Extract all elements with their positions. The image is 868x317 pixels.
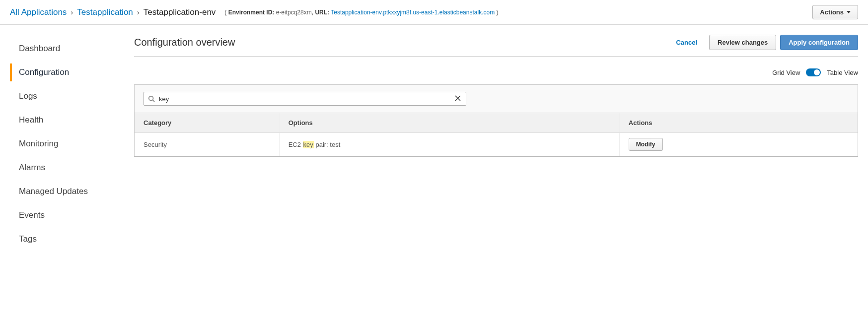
toggle-knob	[814, 69, 820, 75]
page-title: Configuration overview	[134, 37, 235, 48]
option-text-prefix: EC2	[289, 141, 303, 148]
view-toggle-row: Grid View Table View	[134, 57, 858, 84]
sidebar-item-alarms[interactable]: Alarms	[10, 159, 134, 177]
col-header-category: Category	[135, 113, 279, 133]
env-id-label: Environment ID:	[228, 9, 275, 16]
sidebar: Dashboard Configuration Logs Health Moni…	[10, 35, 134, 254]
cell-category: Security	[135, 133, 279, 156]
clear-search-icon[interactable]	[454, 95, 462, 103]
col-header-options: Options	[279, 113, 619, 133]
sidebar-item-dashboard[interactable]: Dashboard	[10, 40, 134, 58]
modify-button[interactable]: Modify	[629, 138, 663, 151]
env-url-link[interactable]: Testapplication-env.ptkxxyjm8f.us-east-1…	[331, 9, 495, 16]
actions-dropdown-button[interactable]: Actions	[812, 5, 858, 19]
svg-point-0	[149, 96, 153, 101]
top-row: All Applications › Testapplication › Tes…	[0, 0, 868, 25]
environment-meta: ( Environment ID: e-eitpcq28xm, URL: Tes…	[224, 9, 498, 16]
content: Configuration overview Cancel Review cha…	[134, 35, 858, 254]
sidebar-item-events[interactable]: Events	[10, 206, 134, 224]
svg-line-1	[153, 100, 155, 102]
search-icon	[148, 95, 155, 102]
grid-view-label: Grid View	[772, 69, 800, 76]
configuration-panel: Category Options Actions Security EC2 ke…	[134, 84, 858, 157]
col-header-actions: Actions	[619, 113, 858, 133]
sidebar-item-logs[interactable]: Logs	[10, 87, 134, 105]
sidebar-item-tags[interactable]: Tags	[10, 230, 134, 248]
crumb-all-applications[interactable]: All Applications	[10, 7, 67, 17]
search-box	[144, 92, 466, 106]
caret-down-icon	[847, 11, 851, 13]
chevron-right-icon: ›	[71, 8, 73, 16]
env-id-value: e-eitpcq28xm	[276, 9, 312, 16]
sidebar-item-configuration[interactable]: Configuration	[10, 63, 134, 81]
option-highlight: key	[303, 141, 314, 148]
view-toggle-switch[interactable]	[806, 68, 821, 76]
search-input[interactable]	[155, 95, 454, 103]
page-header: Configuration overview Cancel Review cha…	[134, 35, 858, 57]
table-row: Security EC2 key pair: test Modify	[135, 133, 858, 156]
option-text-suffix: pair: test	[314, 141, 340, 148]
chevron-right-icon: ›	[137, 8, 140, 16]
apply-configuration-button[interactable]: Apply configuration	[780, 35, 858, 50]
sidebar-item-managed-updates[interactable]: Managed Updates	[10, 183, 134, 200]
actions-button-label: Actions	[820, 8, 844, 16]
breadcrumb: All Applications › Testapplication › Tes…	[10, 7, 499, 17]
search-row	[135, 85, 858, 113]
cell-actions: Modify	[619, 133, 858, 156]
sidebar-item-health[interactable]: Health	[10, 111, 134, 129]
env-url-label: URL:	[315, 9, 329, 16]
cell-options: EC2 key pair: test	[279, 133, 619, 156]
crumb-environment: Testapplication-env	[144, 7, 216, 17]
table-view-label: Table View	[827, 69, 858, 76]
configuration-table: Category Options Actions Security EC2 ke…	[135, 113, 858, 156]
sidebar-item-monitoring[interactable]: Monitoring	[10, 135, 134, 153]
crumb-application[interactable]: Testapplication	[77, 7, 133, 17]
review-changes-button[interactable]: Review changes	[709, 35, 776, 50]
cancel-button[interactable]: Cancel	[668, 35, 705, 50]
